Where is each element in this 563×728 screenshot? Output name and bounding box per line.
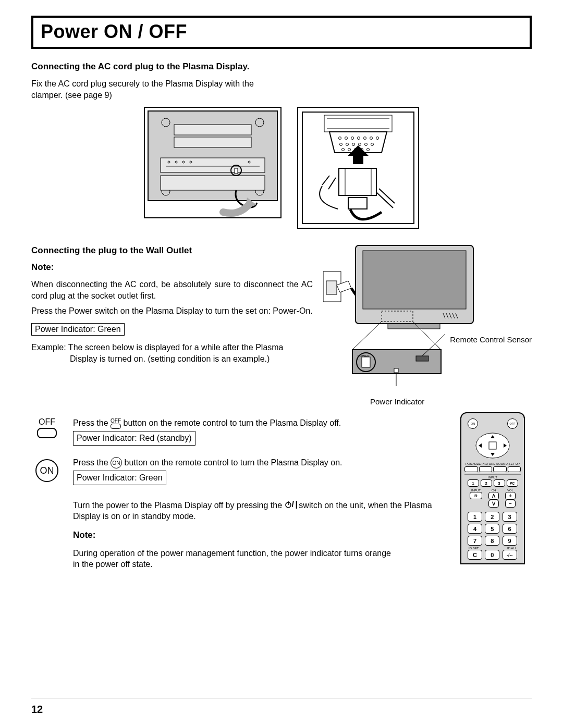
remote-chdown-btn: ᐯ [488,500,499,508]
remote-num-btn: 3 [503,512,517,522]
remote-chup-btn: ᐱ [488,492,499,500]
svg-rect-58 [394,368,398,373]
indicator-green-2: Power Indicator: Green [73,471,166,485]
inline-on-icon: ON [111,457,122,468]
section1-heading: Connecting the AC cord plug to the Plasm… [31,61,532,72]
svg-rect-44 [363,251,466,309]
remote-input-btn: 2 [481,479,492,487]
on-press-text: Press the ON button on the remote contro… [73,457,443,469]
standby-switch-icon: / | [285,499,297,510]
remote-num-btn: C [468,550,482,560]
svg-rect-59 [416,356,429,361]
svg-rect-65 [489,442,496,449]
svg-rect-5 [174,125,251,135]
remote-on-button: ON [468,418,478,429]
remote-voldown-btn: − [505,500,516,508]
svg-rect-18 [324,115,392,132]
page-title: Power ON / OFF [41,21,187,42]
inline-off-icon: OFF [111,418,121,429]
figure-remote-control: ON OFF POS./SIZE PICTURE [460,412,525,564]
remote-dpad-icon [474,432,511,459]
remote-num-btn: 8 [485,536,499,546]
on-row: ON Press the ON button on the remote con… [31,457,443,489]
page-title-box: Power ON / OFF [31,16,532,49]
remote-num-btn: -/-- [503,550,517,560]
remote-input-btn: 3 [494,479,505,487]
off-button-icon [37,428,57,438]
svg-rect-13 [161,176,265,190]
remote-label: PICTURE [482,462,495,465]
example-prefix: Example: [31,343,68,352]
turn-off-text: Turn the power to the Plasma Display off… [73,499,443,522]
remote-num-btn: 7 [468,536,482,546]
example-text: Example: The screen below is displayed f… [31,342,313,364]
example-body: The screen below is displayed for a whil… [68,343,284,363]
remote-label: POS./SIZE [466,462,481,465]
press-power-text: Press the Power switch on the Plasma Dis… [31,305,313,317]
svg-rect-42 [326,281,337,294]
svg-rect-39 [339,168,376,195]
remote-input-label: INPUT [464,474,521,479]
remote-num-btn: 1 [468,512,482,522]
off-press-text: Press the OFF button on the remote contr… [73,417,443,429]
remote-label: SOUND [496,462,508,465]
svg-text:POWER: POWER [358,354,370,357]
svg-rect-45 [388,324,440,329]
note-body: When disconnecting the AC cord, be absol… [31,279,313,301]
remote-num-btn: 2 [485,512,499,522]
indicator-green-1: Power Indicator: Green [31,323,125,336]
remote-input-btn: 1 [468,479,479,487]
remote-num-btn: 6 [503,524,517,534]
figure-display-back [144,107,282,218]
svg-line-52 [352,322,382,350]
remote-r-btn: R [470,492,482,499]
svg-rect-6 [174,137,251,147]
svg-rect-40 [348,198,367,209]
note2-body: During operation of the power management… [73,548,391,570]
note2-label: Note: [73,529,443,541]
section2-heading: Connecting the plug to the Wall Outlet [31,245,313,256]
label-power-indicator: Power Indicator [370,397,532,406]
remote-off-button: OFF [507,418,518,429]
remote-num-btn: 0 [485,550,499,560]
figure-row-1 [31,107,532,229]
off-row: OFF Press the OFF button on the remote c… [31,417,443,449]
svg-rect-15 [235,168,238,174]
page-number: 12 [31,704,43,715]
indicator-red: Power Indicator: Red (standby) [73,431,195,446]
section1-body: Fix the AC cord plug securely to the Pla… [31,78,276,101]
off-icon-label: OFF [31,417,63,427]
remote-label: SET UP [508,462,520,465]
note-label: Note: [31,262,313,273]
figure-connector-closeup [297,107,419,229]
remote-num-btn: 4 [468,524,482,534]
remote-pc-btn: PC [507,479,518,487]
remote-volup-btn: + [505,492,516,500]
remote-num-btn: 9 [503,536,517,546]
remote-num-btn: 5 [485,524,499,534]
svg-rect-7 [161,158,265,172]
figure-tv-outlet: POWER [323,241,477,398]
page-footer: 12 [31,698,532,715]
on-button-icon: ON [35,459,58,482]
svg-rect-56 [362,357,370,367]
